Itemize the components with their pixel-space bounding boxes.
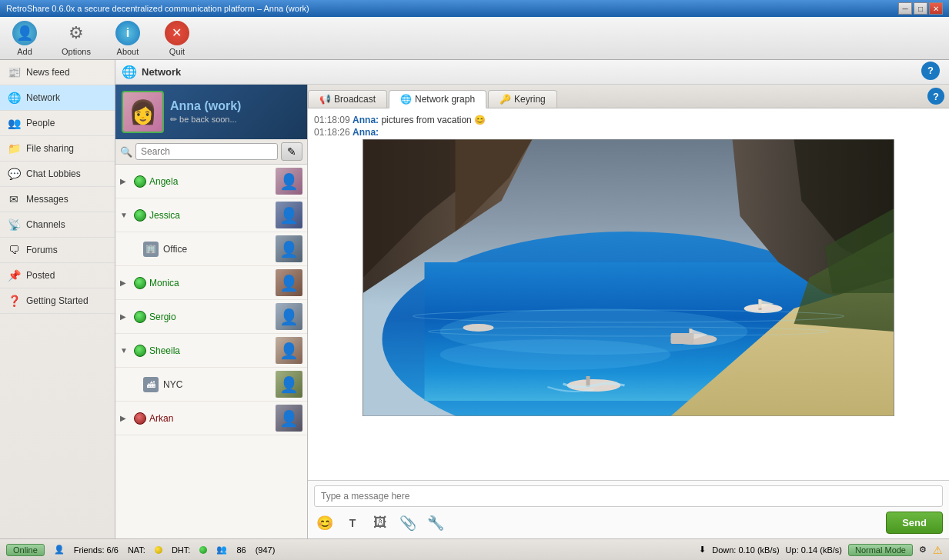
- sidebar-label-network: Network: [26, 92, 60, 103]
- add-button[interactable]: 👤 Add: [6, 18, 43, 59]
- content-area: 🌐 Network ? 👩 Anna (work) ✏ be back soon…: [115, 60, 949, 538]
- sidebar-label-file-sharing: File sharing: [26, 143, 74, 154]
- status-jessica: [134, 209, 146, 222]
- msg-time-2: 01:18:26: [314, 127, 350, 138]
- sidebar-item-channels[interactable]: 📡 Channels: [0, 212, 115, 238]
- statusbar-right: ⬇ Down: 0.10 (kB/s) Up: 0.14 (kB/s) Norm…: [699, 544, 943, 556]
- broadcast-icon: 📢: [319, 94, 331, 105]
- send-button[interactable]: Send: [886, 512, 943, 534]
- contact-name-sergio: Sergio: [149, 312, 276, 322]
- options-button[interactable]: ⚙ Options: [55, 18, 97, 59]
- online-status[interactable]: Online: [6, 544, 45, 556]
- sidebar-item-getting-started[interactable]: ❓ Getting Started: [0, 288, 115, 314]
- close-button[interactable]: ✕: [929, 2, 943, 15]
- tab-broadcast-label: Broadcast: [334, 94, 376, 105]
- emoji-button[interactable]: 😊: [314, 512, 336, 534]
- group-office[interactable]: 🏢 Office 👤: [115, 232, 307, 266]
- msg-user-1: Anna:: [353, 115, 379, 125]
- people-icon-status: 👥: [216, 545, 227, 555]
- status-angela: [134, 175, 146, 188]
- sidebar-item-people[interactable]: 👥 People: [0, 111, 115, 136]
- message-2: 01:18:26 Anna:: [314, 127, 943, 138]
- sidebar-item-posted[interactable]: 📌 Posted: [0, 263, 115, 288]
- status-sergio: [134, 311, 146, 323]
- chat-input[interactable]: [314, 485, 943, 507]
- msg-time-1: 01:18:09: [314, 115, 350, 125]
- posted-icon: 📌: [6, 268, 22, 283]
- message-1: 01:18:09 Anna: pictures from vacation 😊: [314, 115, 943, 125]
- svg-rect-19: [671, 333, 694, 344]
- about-button[interactable]: i About: [109, 18, 146, 59]
- dht-number: 86: [236, 545, 246, 555]
- tab-broadcast[interactable]: 📢 Broadcast: [308, 90, 387, 108]
- chat-tabs: 📢 Broadcast 🌐 Network graph 🔑 Keyring ?: [308, 85, 949, 108]
- search-button[interactable]: ✎: [281, 142, 302, 161]
- sidebar-item-file-sharing[interactable]: 📁 File sharing: [0, 136, 115, 162]
- down-icon: ⬇: [699, 545, 706, 555]
- channels-icon: 📡: [6, 217, 22, 232]
- thumb-nyc: 👤: [276, 371, 302, 398]
- sidebar-label-news-feed: News feed: [26, 67, 70, 78]
- contact-monica[interactable]: ▶ Monica 👤: [115, 266, 307, 300]
- thumb-jessica: 👤: [276, 202, 302, 228]
- sidebar-item-news-feed[interactable]: 📰 News feed: [0, 60, 115, 85]
- toolbar: 👤 Add ⚙ Options i About ✕ Quit: [0, 17, 949, 60]
- split-area: 👩 Anna (work) ✏ be back soon... 🔍 ✎: [115, 85, 949, 538]
- contact-sergio[interactable]: ▶ Sergio 👤: [115, 300, 307, 334]
- tab-network-graph[interactable]: 🌐 Network graph: [389, 90, 486, 108]
- normal-mode[interactable]: Normal Mode: [848, 544, 913, 556]
- friends-count: Friends: 6/6: [74, 545, 119, 555]
- contact-name-sheeila: Sheeila: [149, 345, 276, 356]
- contact-arkan[interactable]: ▶ Arkan 👤: [115, 402, 307, 435]
- quit-button[interactable]: ✕ Quit: [159, 18, 195, 59]
- sidebar-label-forums: Forums: [26, 245, 58, 255]
- contact-name-angela: Angela: [149, 176, 276, 187]
- help-button-chat[interactable]: ?: [927, 88, 944, 105]
- thumb-angela: 👤: [276, 168, 302, 195]
- expand-sheeila: ▼: [120, 346, 131, 355]
- search-input[interactable]: [135, 143, 278, 160]
- attach-button[interactable]: 📎: [397, 512, 419, 534]
- image-button[interactable]: 🖼: [369, 512, 391, 534]
- chat-lobbies-icon: 💬: [6, 166, 22, 182]
- svg-point-22: [463, 324, 494, 332]
- network-header: 🌐 Network ?: [115, 60, 949, 85]
- messages-icon: ✉: [6, 192, 22, 207]
- text-format-button[interactable]: T: [342, 512, 363, 534]
- contact-sheeila[interactable]: ▼ Sheeila 👤: [115, 334, 307, 368]
- group-name-nyc: NYC: [163, 379, 182, 390]
- network-title: 🌐 Network: [122, 65, 181, 79]
- maximize-button[interactable]: □: [914, 2, 927, 15]
- sidebar-item-chat-lobbies[interactable]: 💬 Chat Lobbies: [0, 162, 115, 187]
- thumb-sergio: 👤: [276, 303, 302, 330]
- contact-jessica[interactable]: ▼ Jessica 👤: [115, 198, 307, 232]
- settings-icon-statusbar[interactable]: ⚙: [919, 545, 927, 555]
- window-title: RetroShare 0.6.0x a secure decentralized…: [6, 4, 309, 13]
- help-button[interactable]: ?: [921, 62, 940, 80]
- sidebar-item-messages[interactable]: ✉ Messages: [0, 187, 115, 212]
- chat-messages: 01:18:09 Anna: pictures from vacation 😊 …: [308, 108, 949, 480]
- info-icon: i: [115, 21, 140, 45]
- getting-started-icon: ❓: [6, 293, 22, 308]
- person-icon: 👤: [54, 545, 65, 555]
- profile-info: Anna (work) ✏ be back soon...: [170, 99, 301, 125]
- network-graph-icon: 🌐: [400, 94, 412, 105]
- tab-keyring-label: Keyring: [514, 94, 546, 105]
- chat-input-area: 😊 T 🖼 📎 🔧 Send: [308, 480, 949, 538]
- about-label: About: [117, 47, 139, 56]
- sidebar-item-network[interactable]: 🌐 Network: [0, 85, 115, 111]
- settings-button[interactable]: 🔧: [425, 512, 446, 534]
- tab-keyring[interactable]: 🔑 Keyring: [488, 90, 557, 108]
- sidebar-item-forums[interactable]: 🗨 Forums: [0, 238, 115, 263]
- contact-angela[interactable]: ▶ Angela 👤: [115, 165, 307, 198]
- profile-name: Anna (work): [170, 99, 301, 113]
- minimize-button[interactable]: ─: [898, 2, 912, 15]
- sidebar-label-chat-lobbies: Chat Lobbies: [26, 168, 81, 179]
- chat-input-toolbar: 😊 T 🖼 📎 🔧 Send: [314, 512, 943, 534]
- group-nyc[interactable]: 🏙 NYC 👤: [115, 368, 307, 402]
- status-monica: [134, 277, 146, 289]
- contacts-list: ▶ Angela 👤 ▼ Jessica 👤 🏢: [115, 165, 307, 538]
- quit-icon: ✕: [165, 21, 189, 45]
- sidebar: 📰 News feed 🌐 Network 👥 People 📁 File sh…: [0, 60, 115, 538]
- contacts-panel: 👩 Anna (work) ✏ be back soon... 🔍 ✎: [115, 85, 308, 538]
